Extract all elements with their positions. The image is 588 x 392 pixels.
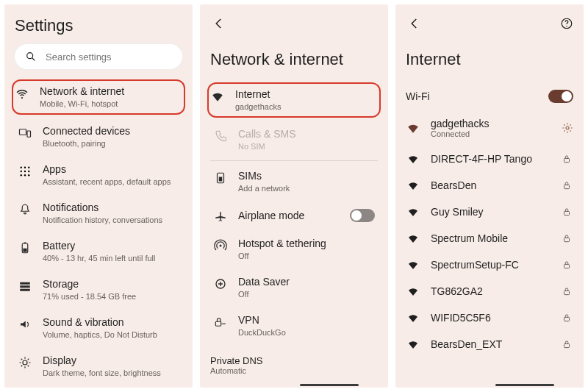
- wifi-ssid: Guy Smiley: [431, 206, 484, 218]
- wifi-network[interactable]: BearsDen: [406, 172, 573, 199]
- divider: [210, 160, 378, 161]
- wifi-icon: [406, 259, 420, 271]
- lock-icon: [560, 233, 573, 243]
- back-button[interactable]: [406, 15, 423, 32]
- network-item-data-saver[interactable]: Data Saver Off: [210, 268, 378, 307]
- hotspot-icon: [213, 238, 228, 252]
- wifi-toggle-row[interactable]: Wi-Fi: [406, 82, 573, 110]
- item-label: VPN: [238, 314, 375, 327]
- private-dns-value: Automatic: [210, 366, 378, 379]
- sim-icon: [213, 170, 228, 185]
- volume-icon: [18, 316, 32, 331]
- wifi-network[interactable]: SpectrumSetup-FC: [406, 252, 573, 278]
- settings-item-apps[interactable]: Apps Assistant, recent apps, default app…: [15, 156, 182, 194]
- item-subtitle: gadgethacks: [235, 102, 375, 112]
- item-label: Internet: [235, 88, 375, 101]
- lock-icon: [560, 154, 573, 164]
- item-subtitle: Assistant, recent apps, default apps: [43, 177, 179, 187]
- search-icon: [25, 51, 37, 63]
- lock-icon: [560, 260, 573, 270]
- apps-icon: [18, 163, 32, 178]
- wifi-toggle[interactable]: [548, 90, 573, 103]
- internet-pane: Internet Wi-Fi gadgethacks Connected: [395, 4, 584, 388]
- display-icon: [18, 354, 32, 369]
- item-subtitle: 40% - 13 hr, 45 min left until full: [43, 254, 179, 263]
- search-bar[interactable]: [15, 44, 182, 69]
- wifi-icon: [406, 285, 420, 297]
- wifi-ssid: BearsDen: [431, 179, 476, 191]
- item-label: Display: [43, 354, 179, 367]
- lock-icon: [560, 207, 573, 217]
- item-label: Connected devices: [43, 125, 179, 138]
- storage-icon: [18, 278, 32, 293]
- wifi-icon: [406, 232, 420, 244]
- item-label: Notifications: [43, 202, 179, 214]
- item-subtitle: Dark theme, font size, brightness: [43, 368, 179, 378]
- settings-item-display[interactable]: Display Dark theme, font size, brightnes…: [15, 347, 182, 385]
- settings-item-sound-vibration[interactable]: Sound & vibration Volume, haptics, Do No…: [15, 309, 182, 347]
- item-label: Storage: [43, 278, 179, 291]
- gear-icon[interactable]: [562, 122, 573, 134]
- settings-item-connected-devices[interactable]: Connected devices Bluetooth, pairing: [15, 118, 182, 156]
- private-dns[interactable]: Private DNS: [210, 348, 378, 366]
- help-icon[interactable]: [560, 17, 573, 30]
- item-label: Network & internet: [40, 85, 179, 98]
- wifi-network-list: DIRECT-4F-HP Tango BearsDen Guy Smiley S…: [406, 146, 573, 357]
- connected-network[interactable]: gadgethacks Connected: [406, 110, 573, 146]
- settings-item-notifications[interactable]: Notifications Notification history, conv…: [15, 194, 182, 232]
- datasaver-icon: [213, 276, 228, 291]
- wifi-icon: [406, 179, 420, 191]
- devices-icon: [18, 125, 32, 140]
- wifi-icon: [406, 338, 420, 350]
- scroll-indicator: [495, 384, 554, 386]
- item-subtitle: Notification history, conversations: [43, 215, 179, 225]
- wifi-ssid: BearsDen_EXT: [431, 338, 502, 350]
- wifi-label: Wi-Fi: [406, 90, 430, 102]
- settings-item-network-internet[interactable]: Network & internet Mobile, Wi-Fi, hotspo…: [12, 79, 185, 115]
- wifi-ssid: DIRECT-4F-HP Tango: [431, 153, 532, 165]
- item-subtitle: No SIM: [238, 142, 375, 152]
- network-item-sims[interactable]: SIMs Add a network: [210, 163, 378, 201]
- connected-ssid: gadgethacks: [431, 118, 489, 129]
- wifi-icon: [406, 206, 420, 218]
- wifi-fill-icon: [210, 88, 225, 103]
- network-item-hotspot-tethering[interactable]: Hotspot & tethering Off: [210, 230, 378, 268]
- item-subtitle: 71% used - 18.54 GB free: [43, 292, 179, 302]
- network-item-calls-sms: Calls & SMS No SIM: [210, 121, 378, 159]
- settings-item-battery[interactable]: Battery 40% - 13 hr, 45 min left until f…: [15, 232, 182, 271]
- airplane-mode-toggle[interactable]: [350, 209, 375, 222]
- wifi-network[interactable]: DIRECT-4F-HP Tango: [406, 146, 573, 172]
- wifi-icon: [15, 85, 29, 100]
- page-title: Settings: [15, 16, 182, 35]
- wifi-ssid: WIFID5C5F6: [431, 312, 491, 324]
- wifi-network[interactable]: WIFID5C5F6: [406, 304, 573, 331]
- back-button[interactable]: [210, 15, 228, 32]
- wifi-network[interactable]: Spectrum Mobile: [406, 225, 573, 252]
- item-label: SIMs: [238, 170, 375, 182]
- wifi-network[interactable]: TG862GA2: [406, 278, 573, 304]
- battery-icon: [18, 240, 32, 254]
- item-subtitle: Off: [238, 252, 375, 261]
- item-label: Data Saver: [238, 276, 375, 288]
- lock-icon: [560, 180, 573, 190]
- network-list: Internet gadgethacks Calls & SMS No SIM …: [210, 82, 378, 345]
- wifi-ssid: Spectrum Mobile: [431, 232, 508, 244]
- network-item-vpn[interactable]: VPN DuckDuckGo: [210, 307, 378, 345]
- search-input[interactable]: [44, 51, 172, 63]
- network-item-internet[interactable]: Internet gadgethacks: [207, 82, 381, 118]
- item-label: Hotspot & tethering: [238, 238, 375, 250]
- settings-list: Network & internet Mobile, Wi-Fi, hotspo…: [15, 79, 182, 385]
- lock-icon: [560, 286, 573, 296]
- network-item-airplane-mode[interactable]: Airplane mode: [210, 201, 378, 230]
- item-label: Battery: [43, 240, 179, 252]
- lock-icon: [560, 313, 573, 323]
- item-subtitle: Mobile, Wi-Fi, hotspot: [40, 99, 179, 109]
- settings-item-storage[interactable]: Storage 71% used - 18.54 GB free: [15, 271, 182, 309]
- network-internet-pane: Network & internet Internet gadgethacks …: [200, 4, 388, 388]
- item-label: Airplane mode: [238, 210, 340, 222]
- item-subtitle: Off: [238, 290, 375, 299]
- wifi-network[interactable]: Guy Smiley: [406, 199, 573, 225]
- item-label: Sound & vibration: [43, 316, 179, 329]
- airplane-icon: [213, 208, 228, 223]
- wifi-network[interactable]: BearsDen_EXT: [406, 331, 573, 357]
